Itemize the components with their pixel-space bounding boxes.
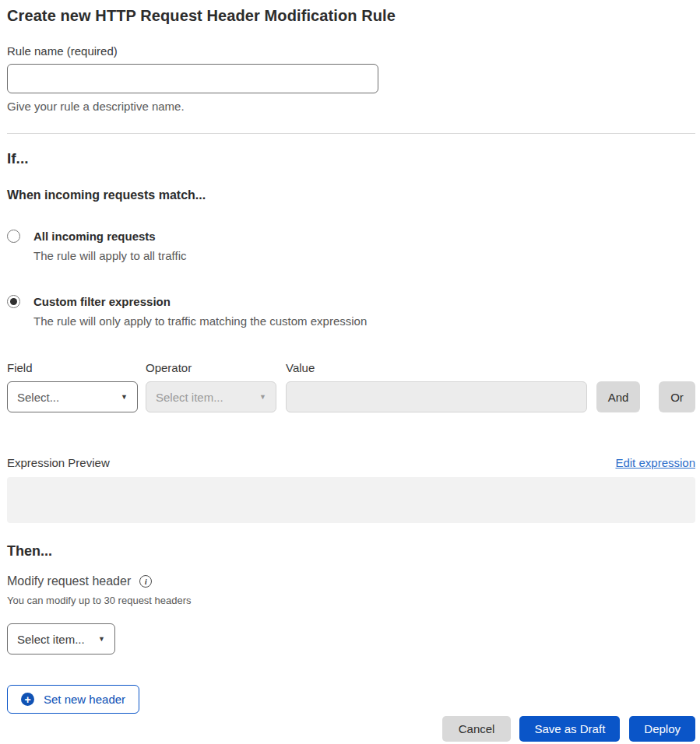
rule-name-group: Rule name (required) Give your rule a de… [7, 44, 695, 113]
field-label: Field [7, 361, 138, 374]
modify-header-help: You can modify up to 30 request headers [7, 595, 695, 606]
or-button[interactable]: Or [659, 381, 695, 412]
field-select[interactable]: Select... ▼ [7, 381, 138, 412]
expression-preview-label: Expression Preview [7, 456, 110, 469]
deploy-button[interactable]: Deploy [629, 716, 695, 742]
radio-button-icon[interactable] [7, 230, 20, 243]
rule-name-input[interactable] [7, 64, 378, 93]
rule-name-label: Rule name (required) [7, 44, 695, 58]
if-heading: If... [7, 150, 695, 167]
rule-name-help: Give your rule a descriptive name. [7, 100, 695, 113]
plus-icon: + [21, 693, 34, 706]
modify-request-header-label: Modify request header [7, 574, 131, 588]
and-button[interactable]: And [596, 381, 640, 412]
field-select-value: Select... [17, 391, 59, 404]
operator-select-value: Select item... [156, 391, 223, 404]
header-item-select[interactable]: Select item... ▼ [7, 623, 115, 655]
radio-option-label: All incoming requests [33, 230, 186, 243]
chevron-down-icon: ▼ [98, 635, 105, 643]
cancel-button[interactable]: Cancel [442, 716, 512, 742]
set-new-header-button[interactable]: + Set new header [7, 685, 139, 714]
save-as-draft-button[interactable]: Save as Draft [519, 716, 620, 742]
expression-builder-row: Field Select... ▼ Operator Select item..… [7, 361, 695, 412]
radio-option-label: Custom filter expression [33, 295, 367, 308]
radio-option-custom-filter-expression[interactable]: Custom filter expression The rule will o… [7, 295, 695, 328]
set-new-header-label: Set new header [44, 693, 125, 706]
section-divider [7, 133, 695, 134]
radio-option-description: The rule will apply to all traffic [33, 249, 186, 262]
value-label: Value [286, 361, 587, 374]
modify-header-row: Modify request header i [7, 574, 695, 588]
header-item-select-value: Select item... [17, 633, 85, 646]
operator-label: Operator [146, 361, 276, 374]
radio-option-all-incoming-requests[interactable]: All incoming requests The rule will appl… [7, 230, 695, 262]
then-heading: Then... [7, 543, 695, 560]
create-rule-page: Create new HTTP Request Header Modificat… [0, 0, 700, 742]
info-icon[interactable]: i [139, 575, 152, 588]
operator-select[interactable]: Select item... ▼ [146, 381, 276, 412]
expression-preview-box [7, 477, 695, 523]
footer-actions: Cancel Save as Draft Deploy [7, 716, 695, 742]
chevron-down-icon: ▼ [259, 393, 266, 401]
edit-expression-link[interactable]: Edit expression [615, 456, 695, 469]
chevron-down-icon: ▼ [121, 393, 128, 401]
match-subheading: When incoming requests match... [7, 188, 695, 202]
expression-preview-header: Expression Preview Edit expression [7, 456, 695, 469]
value-input[interactable] [286, 381, 587, 412]
radio-button-icon[interactable] [7, 295, 20, 308]
page-title: Create new HTTP Request Header Modificat… [7, 7, 695, 25]
radio-option-description: The rule will only apply to traffic matc… [33, 314, 367, 328]
